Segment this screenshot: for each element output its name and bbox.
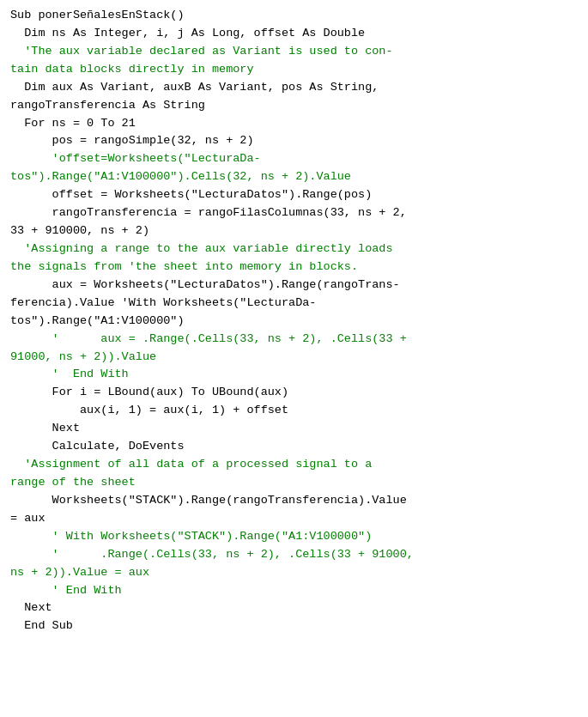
- code-line: 33 + 910000, ns + 2): [10, 224, 149, 237]
- code-line-comment: tos").Range("A1:V100000").Cells(32, ns +…: [10, 170, 351, 183]
- code-container: Sub ponerSeñalesEnStack() Dim ns As Inte…: [0, 0, 588, 717]
- code-line-comment: ns + 2)).Value = aux: [10, 566, 149, 579]
- code-line: pos = rangoSimple(32, ns + 2): [10, 134, 254, 147]
- code-line: For i = LBound(aux) To UBound(aux): [10, 386, 288, 398]
- code-line: rangoTransferencia As String: [10, 99, 205, 112]
- code-line-comment: ' aux = .Range(.Cells(33, ns + 2), .Cell…: [10, 332, 407, 345]
- code-line: Next: [10, 601, 52, 614]
- code-line: = aux: [10, 512, 45, 525]
- code-line: aux = Worksheets("LecturaDatos").Range(r…: [10, 278, 400, 291]
- code-line: rangoTransferencia = rangoFilasColumnas(…: [10, 206, 407, 219]
- code-line-comment: 91000, ns + 2)).Value: [10, 350, 156, 363]
- code-line-comment: tain data blocks directly in memory: [10, 63, 254, 76]
- code-line-comment: the signals from 'the sheet into memory …: [10, 260, 358, 273]
- code-block: Sub ponerSeñalesEnStack() Dim ns As Inte…: [10, 7, 578, 635]
- code-line: Dim aux As Variant, auxB As Variant, pos…: [10, 81, 379, 94]
- code-line-comment: 'The aux variable declared as Variant is…: [10, 45, 393, 58]
- code-line: End Sub: [10, 619, 73, 632]
- code-line-comment: range of the sheet: [10, 476, 136, 489]
- code-line: Next: [10, 422, 80, 434]
- code-line-comment: ' .Range(.Cells(33, ns + 2), .Cells(33 +…: [10, 548, 414, 561]
- code-line: offset = Worksheets("LecturaDatos").Rang…: [10, 188, 372, 201]
- code-line: tos").Range("A1:V100000"): [10, 314, 185, 327]
- code-line-comment: 'Assignment of all data of a processed s…: [10, 458, 372, 471]
- code-line: Calculate, DoEvents: [10, 440, 185, 453]
- code-line: Worksheets("STACK").Range(rangoTransfere…: [10, 494, 407, 507]
- code-line-comment: ' With Worksheets("STACK").Range("A1:V10…: [10, 530, 372, 543]
- code-line: ferencia).Value 'With Worksheets("Lectur…: [10, 296, 316, 309]
- code-line: For ns = 0 To 21: [10, 117, 136, 130]
- code-line: Dim ns As Integer, i, j As Long, offset …: [10, 27, 365, 39]
- code-line-comment: ' End With: [10, 584, 122, 597]
- code-line-comment: 'offset=Worksheets("LecturaDa-: [10, 152, 261, 165]
- code-line-comment: ' End With: [10, 368, 129, 380]
- code-line-comment: 'Assigning a range to the aux variable d…: [10, 242, 393, 255]
- code-line: aux(i, 1) = aux(i, 1) + offset: [10, 404, 288, 416]
- code-line: Sub ponerSeñalesEnStack(): [10, 9, 185, 21]
